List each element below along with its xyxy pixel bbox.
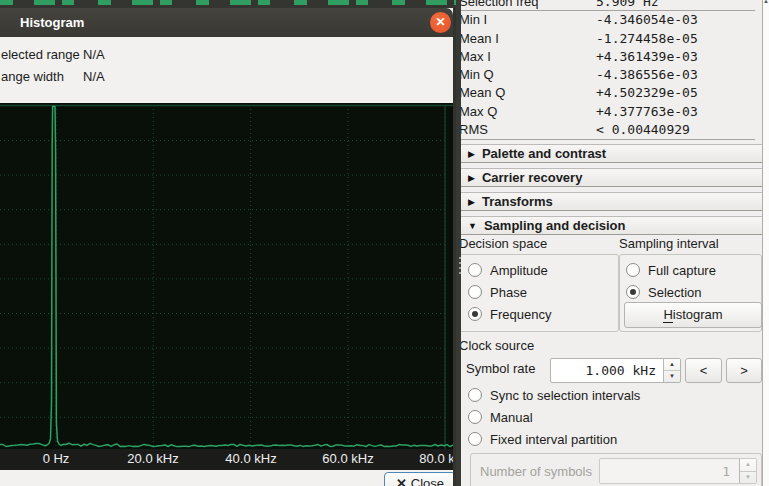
number-of-symbols-spinbox: ▲▼: [599, 458, 757, 484]
radio-label: Full capture: [648, 263, 716, 278]
radio-label: Amplitude: [490, 263, 548, 278]
radio-icon: [468, 263, 482, 277]
histogram-plot: [0, 103, 453, 449]
stat-label: Min Q: [461, 66, 596, 84]
stat-label: RMS: [461, 121, 596, 139]
close-window-button[interactable]: ✕: [430, 12, 451, 33]
range-width-value: N/A: [83, 69, 105, 84]
close-button-label: Close: [411, 476, 444, 486]
stat-label: Max I: [461, 48, 596, 66]
histogram-plot-canvas: [0, 103, 453, 449]
axis-tick-60khz: 60.0 kHz: [322, 451, 373, 466]
stat-row: Min I-4.346054e-03: [461, 11, 755, 29]
stat-row: Selection freq5.909 Hz: [461, 0, 755, 11]
button-label: istogram: [673, 307, 723, 322]
symbol-rate-spinbox: ▲▼: [550, 358, 681, 383]
histogram-dialog: Histogram ✕ elected range N/A ange width…: [0, 8, 456, 486]
number-of-symbols-group: Number of symbols ▲▼: [470, 453, 762, 486]
stat-value: -4.386556e-03: [596, 66, 698, 84]
radio-label: Manual: [490, 410, 533, 425]
stat-row: Min Q-4.386556e-03: [461, 66, 755, 84]
section-carrier-recovery[interactable]: ▶Carrier recovery: [461, 168, 762, 187]
stat-label: Max Q: [461, 103, 596, 121]
section-transforms[interactable]: ▶Transforms: [461, 192, 762, 211]
radio-fixed-interval-partition[interactable]: Fixed interval partition: [468, 431, 617, 447]
clock-source-label: Clock source: [461, 338, 534, 353]
spin-up-icon: ▲: [740, 459, 756, 472]
spin-up-icon: ▲: [664, 359, 680, 371]
close-icon: ✕: [435, 15, 445, 29]
spectrogram-pattern: [0, 0, 461, 5]
radio-phase[interactable]: Phase: [468, 284, 527, 300]
range-width-label: ange width: [1, 69, 64, 84]
radio-amplitude[interactable]: Amplitude: [468, 262, 548, 278]
symbol-rate-increase-button[interactable]: >: [726, 358, 762, 383]
section-palette-and-contrast[interactable]: ▶Palette and contrast: [461, 144, 762, 163]
symbol-rate-label: Symbol rate: [466, 361, 535, 376]
stat-row: Max I+4.361439e-03: [461, 48, 755, 66]
stat-label: Min I: [461, 11, 596, 29]
radio-selection[interactable]: Selection: [626, 284, 701, 300]
symbol-rate-decrease-button[interactable]: <: [685, 358, 722, 383]
section-title: Transforms: [482, 194, 553, 209]
stat-value: +4.377763e-03: [596, 103, 698, 121]
greater-than-icon: >: [740, 363, 748, 378]
dialog-titlebar[interactable]: Histogram ✕: [0, 8, 453, 37]
radio-icon: [468, 410, 482, 424]
stat-row: Max Q+4.377763e-03: [461, 103, 755, 121]
number-of-symbols-label: Number of symbols: [480, 464, 592, 479]
stats-table: Selection freq5.909 Hz Min I-4.346054e-0…: [461, 0, 755, 140]
stat-value: < 0.00440929: [596, 121, 690, 139]
axis-tick-20khz: 20.0 kHz: [127, 451, 178, 466]
axis-tick-0hz: 0 Hz: [43, 451, 70, 466]
stat-label: Mean I: [461, 30, 596, 48]
close-dialog-button[interactable]: ✕Close: [384, 472, 456, 486]
axis-tick-80khz: 80.0 kHz: [419, 451, 456, 466]
radio-selected-icon: [468, 307, 482, 321]
radio-frequency[interactable]: Frequency: [468, 306, 551, 322]
chevron-right-icon: ▶: [468, 197, 475, 207]
radio-sync-to-selection-intervals[interactable]: Sync to selection intervals: [468, 387, 640, 403]
selected-range-value: N/A: [83, 47, 105, 62]
radio-label: Fixed interval partition: [490, 432, 617, 447]
dialog-title: Histogram: [20, 8, 84, 37]
radio-manual[interactable]: Manual: [468, 409, 533, 425]
symbol-rate-input[interactable]: [551, 359, 660, 382]
spectrogram-top-strip: [0, 0, 461, 8]
chevron-right-icon: ▶: [468, 149, 475, 159]
side-panel: Selection freq5.909 Hz Min I-4.346054e-0…: [461, 0, 762, 486]
selected-range-label: elected range: [1, 47, 80, 62]
stat-value: -1.274458e-05: [596, 30, 698, 48]
stat-label: Selection freq: [461, 0, 596, 11]
chevron-right-icon: ▶: [468, 173, 475, 183]
stat-value: -4.346054e-03: [596, 11, 698, 29]
radio-label: Selection: [648, 285, 701, 300]
radio-icon: [468, 432, 482, 446]
stat-row: RMS< 0.00440929: [461, 121, 755, 139]
radio-selected-icon: [626, 285, 640, 299]
radio-label: Sync to selection intervals: [490, 388, 640, 403]
scroll-up-arrow-icon: ▲: [763, 0, 769, 4]
radio-label: Frequency: [490, 307, 551, 322]
section-title: Carrier recovery: [482, 170, 582, 185]
radio-label: Phase: [490, 285, 527, 300]
frequency-axis: 0 Hz 20.0 kHz 40.0 kHz 60.0 kHz 80.0 kHz: [0, 449, 453, 470]
close-button-x-icon: ✕: [396, 476, 407, 486]
symbol-rate-spinner[interactable]: ▲▼: [663, 359, 680, 382]
panel-scrollbar[interactable]: ▲: [762, 0, 769, 486]
radio-full-capture[interactable]: Full capture: [626, 262, 716, 278]
less-than-icon: <: [700, 363, 708, 378]
stat-value: +4.502329e-05: [596, 84, 698, 102]
radio-icon: [626, 263, 640, 277]
stat-row: Mean Q+4.502329e-05: [461, 84, 755, 102]
section-sampling-and-decision[interactable]: ▼Sampling and decision: [461, 216, 762, 235]
dialog-footer: ✕Close: [0, 470, 453, 486]
radio-icon: [468, 285, 482, 299]
section-title: Palette and contrast: [482, 146, 606, 161]
selected-range-row: elected range N/A: [1, 47, 301, 63]
histogram-button[interactable]: Histogram: [624, 302, 762, 328]
stat-row: Mean I-1.274458e-05: [461, 30, 755, 48]
stat-label: Mean Q: [461, 84, 596, 102]
section-title: Sampling and decision: [484, 218, 626, 233]
axis-tick-40khz: 40.0 kHz: [225, 451, 276, 466]
